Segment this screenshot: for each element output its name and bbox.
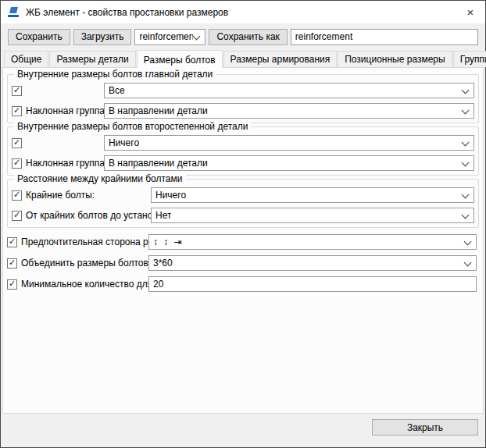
group-main-part-inner-bolt-dims: Внутренние размеры болтов главной детали…: [7, 74, 479, 123]
combine-bolt-dimensions-select[interactable]: 3*60: [148, 255, 477, 271]
load-button[interactable]: Загрузить: [73, 29, 132, 45]
min-count-to-combine-checkbox[interactable]: ✓: [7, 279, 17, 290]
main-sloped-bolt-group-checkbox[interactable]: ✓: [12, 106, 22, 116]
edge-bolts-checkbox[interactable]: ✓: [12, 190, 22, 201]
edge-bolts-to-setout-points-checkbox[interactable]: ✓: [12, 211, 22, 221]
save-as-button[interactable]: Сохранить как: [209, 29, 287, 45]
row-label: Наклонная группа болтов:: [26, 158, 104, 169]
row-preferred-dimension-side: ✓ Предпочтительная сторона размеров: ↕ ↕…: [7, 234, 477, 250]
check-icon: ✓: [9, 258, 16, 267]
tab-strip: Общие Размеры детали Размеры болтов Разм…: [1, 50, 485, 67]
select-value: В направлении детали: [109, 105, 208, 116]
chevron-down-icon: [462, 191, 470, 199]
chevron-down-icon: [464, 238, 472, 246]
main-sloped-bolt-group-select[interactable]: В направлении детали: [104, 103, 474, 119]
edge-bolts-select[interactable]: Ничего: [151, 187, 474, 203]
check-icon: ✓: [13, 106, 20, 115]
group-title: Внутренние размеры болтов второстепенной…: [14, 121, 251, 132]
check-icon: ✓: [13, 211, 20, 219]
extra-rows: ✓ Предпочтительная сторона размеров: ↕ ↕…: [5, 234, 481, 292]
row-label: От крайних болтов до установочных точек:: [26, 210, 151, 221]
row-secondary-inner-bolt-dims: ✓ Ничего: [12, 135, 474, 151]
row-min-count-to-combine: ✓ Минимальное количество для объединения…: [7, 276, 477, 292]
tab-position-dimensions[interactable]: Позиционные размеры: [338, 51, 452, 67]
row-edge-bolts-to-setout-points: ✓ От крайних болтов до установочных точе…: [12, 208, 474, 223]
edge-bolts-to-setout-points-select[interactable]: Нет: [151, 208, 474, 223]
chevron-down-icon: [462, 212, 470, 219]
check-icon: ✓: [9, 237, 16, 246]
row-label: Объединить размеры болтов:: [21, 258, 148, 268]
select-value: В направлении детали: [109, 158, 208, 169]
check-icon: ✓: [13, 86, 20, 94]
window-title: ЖБ элемент - свойства простановки размер…: [26, 7, 228, 18]
group-secondary-part-inner-bolt-dims: Внутренние размеры болтов второстепенной…: [7, 126, 479, 176]
row-label: Предпочтительная сторона размеров:: [21, 236, 148, 247]
preset-select-value: reinforcement: [139, 31, 193, 42]
save-as-input[interactable]: [291, 29, 478, 45]
select-value: Ничего: [109, 137, 139, 148]
dialog-window: ЖБ элемент - свойства простановки размер…: [0, 0, 486, 448]
dimension-side-arrows-icon: ↕ ↕ ⇥: [153, 236, 184, 247]
row-main-inner-bolt-dims: ✓ Все: [12, 83, 474, 98]
close-dialog-button[interactable]: Закрыть: [372, 419, 478, 436]
tab-part-dimensions[interactable]: Размеры детали: [49, 51, 135, 67]
main-inner-bolt-dims-select[interactable]: Все: [104, 83, 474, 98]
row-main-sloped-bolt-group: ✓ Наклонная группа болтов: В направлении…: [12, 103, 474, 119]
toolbar: Сохранить Загрузить reinforcement Сохран…: [1, 23, 485, 50]
save-button[interactable]: Сохранить: [8, 29, 70, 45]
chevron-down-icon: [462, 139, 470, 147]
preferred-dimension-side-checkbox[interactable]: ✓: [7, 237, 17, 247]
tab-dimension-grouping[interactable]: Группирование размеров: [453, 51, 486, 67]
check-icon: ✓: [13, 138, 20, 147]
group-title: Расстояние между крайними болтами: [14, 173, 186, 184]
row-combine-bolt-dimensions: ✓ Объединить размеры болтов: 3*60: [7, 255, 477, 271]
tab-general[interactable]: Общие: [4, 51, 48, 67]
secondary-sloped-bolt-group-checkbox[interactable]: ✓: [12, 158, 22, 169]
row-label: Крайние болты:: [26, 190, 151, 201]
preferred-dimension-side-select[interactable]: ↕ ↕ ⇥: [148, 234, 477, 250]
secondary-inner-bolt-dims-select[interactable]: Ничего: [104, 135, 474, 151]
tab-panel: Внутренние размеры болтов главной детали…: [2, 67, 484, 414]
close-icon[interactable]: ×: [456, 1, 485, 23]
tab-bolt-dimensions[interactable]: Размеры болтов: [137, 50, 223, 68]
row-edge-bolts: ✓ Крайние болты: Ничего: [12, 187, 474, 203]
min-count-to-combine-input[interactable]: [148, 276, 477, 292]
chevron-down-icon: [462, 107, 470, 115]
titlebar: ЖБ элемент - свойства простановки размер…: [1, 1, 485, 23]
footer: Закрыть: [1, 414, 485, 447]
check-icon: ✓: [9, 279, 16, 288]
chevron-down-icon: [462, 159, 470, 167]
combine-bolt-dimensions-checkbox[interactable]: ✓: [7, 258, 17, 268]
tab-reinforcement-dimensions[interactable]: Размеры армирования: [223, 51, 338, 67]
row-label: Минимальное количество для объединения:: [21, 279, 148, 290]
main-inner-bolt-dims-checkbox[interactable]: ✓: [12, 86, 22, 96]
check-icon: ✓: [13, 190, 20, 199]
group-edge-bolt-distance: Расстояние между крайними болтами ✓ Край…: [7, 179, 479, 228]
secondary-inner-bolt-dims-checkbox[interactable]: ✓: [12, 138, 22, 148]
group-title: Внутренние размеры болтов главной детали: [14, 69, 216, 80]
chevron-down-icon: [193, 33, 201, 41]
chevron-down-icon: [462, 87, 470, 94]
preset-select[interactable]: reinforcement: [134, 29, 205, 45]
chevron-down-icon: [464, 259, 472, 267]
row-secondary-sloped-bolt-group: ✓ Наклонная группа болтов: В направлении…: [12, 155, 474, 171]
select-value: Нет: [155, 210, 171, 221]
select-value: 3*60: [153, 258, 173, 268]
select-value: Все: [109, 85, 125, 96]
select-value: Ничего: [155, 190, 186, 201]
secondary-sloped-bolt-group-select[interactable]: В направлении детали: [104, 155, 474, 171]
app-icon: [8, 7, 20, 18]
check-icon: ✓: [13, 158, 20, 167]
row-label: Наклонная группа болтов:: [26, 105, 104, 116]
